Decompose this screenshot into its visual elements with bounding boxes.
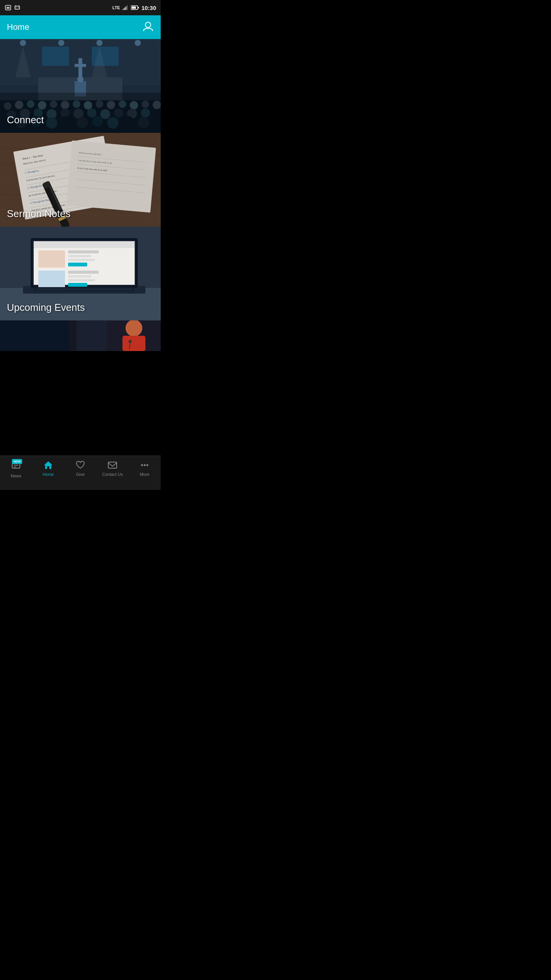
svg-rect-22 [75, 64, 86, 67]
svg-rect-19 [42, 47, 69, 66]
nav-item-news[interactable]: NEW News [0, 460, 32, 478]
svg-rect-112 [38, 250, 65, 268]
home-label: Home [42, 472, 54, 477]
svg-rect-8 [124, 8, 125, 10]
svg-rect-128 [122, 336, 145, 351]
sermon-notes-card[interactable]: Week 1 – The Door Main Text: John 10:9-1… [0, 133, 161, 227]
svg-rect-111 [34, 241, 135, 248]
connect-card[interactable]: Connect [0, 39, 161, 133]
time-display: 10:30 [142, 5, 156, 11]
android-icon [14, 5, 21, 11]
profile-button[interactable] [142, 21, 154, 34]
more-icon [139, 460, 150, 470]
svg-point-26 [135, 40, 141, 46]
svg-rect-1 [7, 7, 10, 9]
give-icon [75, 460, 86, 470]
svg-rect-115 [68, 259, 95, 261]
svg-rect-118 [68, 271, 99, 274]
nav-item-contact-us[interactable]: Contact Us [96, 460, 129, 477]
speaker-image [0, 320, 161, 351]
network-label: LTE [112, 5, 120, 10]
news-icon-wrapper: NEW [11, 460, 21, 472]
svg-rect-120 [68, 279, 95, 281]
connect-label: Connect [7, 114, 44, 126]
svg-rect-119 [68, 275, 91, 278]
svg-point-4 [18, 7, 19, 8]
svg-text:⚡: ⚡ [132, 7, 135, 10]
svg-rect-131 [0, 320, 69, 351]
svg-rect-121 [68, 283, 87, 287]
svg-point-23 [20, 40, 26, 46]
svg-rect-117 [38, 271, 65, 288]
contact-us-label: Contact Us [102, 472, 123, 477]
svg-rect-21 [78, 58, 82, 77]
svg-rect-137 [108, 462, 117, 468]
svg-rect-123 [36, 288, 132, 291]
svg-point-140 [147, 464, 148, 466]
svg-point-138 [141, 464, 143, 466]
page-title: Home [7, 22, 29, 32]
news-label: News [11, 474, 21, 478]
svg-point-139 [144, 464, 146, 466]
svg-marker-136 [44, 461, 52, 469]
give-label: Give [76, 472, 85, 477]
nav-item-give[interactable]: Give [64, 460, 96, 477]
svg-rect-9 [126, 7, 126, 10]
svg-rect-67 [0, 93, 161, 133]
bottom-navigation: NEW News Home Give Contact Us More [0, 456, 161, 490]
main-content: Connect Week 1 – The Door Main Text: Joh… [0, 39, 161, 456]
svg-rect-2 [15, 6, 20, 9]
svg-rect-7 [123, 9, 124, 10]
sermon-notes-label: Sermon Notes [7, 208, 70, 220]
svg-point-30 [77, 76, 83, 82]
app-header: Home [0, 15, 161, 39]
svg-point-127 [126, 320, 142, 336]
svg-rect-12 [138, 7, 139, 8]
profile-icon [142, 21, 154, 32]
nav-item-more[interactable]: More [129, 460, 161, 477]
more-label: More [140, 472, 149, 477]
upcoming-events-label: Upcoming Events [7, 302, 85, 314]
svg-rect-10 [127, 5, 127, 10]
sim-icon [5, 5, 11, 11]
speaker-card-partial[interactable] [0, 320, 161, 351]
status-bar-right: LTE ⚡ 10:30 [112, 5, 156, 11]
svg-point-3 [16, 7, 16, 8]
svg-point-15 [145, 22, 151, 28]
contact-us-icon [107, 460, 118, 470]
status-bar-left [5, 5, 21, 11]
svg-rect-114 [68, 255, 91, 257]
svg-point-25 [96, 40, 103, 46]
status-bar: LTE ⚡ 10:30 [0, 0, 161, 15]
battery-icon: ⚡ [131, 5, 139, 10]
nav-item-home[interactable]: Home [32, 460, 64, 477]
svg-point-129 [129, 340, 132, 343]
svg-rect-116 [68, 263, 87, 266]
home-icon [43, 460, 54, 470]
svg-point-24 [58, 40, 64, 46]
upcoming-events-card[interactable]: Upcoming Events [0, 227, 161, 320]
signal-icon [122, 5, 129, 10]
news-badge: NEW [12, 459, 22, 464]
svg-rect-113 [68, 250, 99, 253]
